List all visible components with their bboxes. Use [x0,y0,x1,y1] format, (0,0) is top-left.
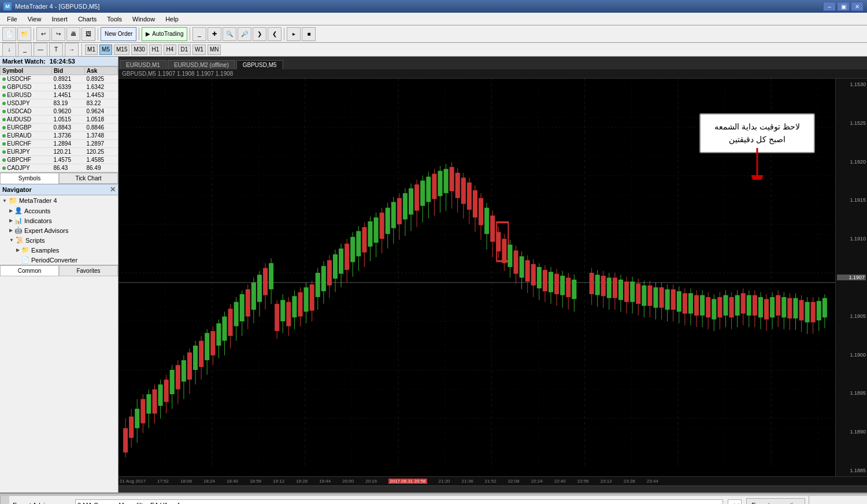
close-button[interactable]: ✕ [851,2,864,11]
menu-charts[interactable]: Charts [73,14,101,24]
market-watch-row[interactable]: EURCHF 1.2894 1.2897 [1,140,118,148]
market-watch-row[interactable]: EURAUD 1.3736 1.3748 [1,132,118,140]
menu-tools[interactable]: Tools [102,14,127,24]
tab-symbols[interactable]: Symbols [0,173,59,184]
market-watch-row[interactable]: USDCHF 0.8921 0.8925 [1,75,118,83]
crosshair-button[interactable]: ✚ [208,27,221,41]
text-tool[interactable]: T [49,43,63,57]
tf-m30[interactable]: M30 [131,45,147,55]
svg-rect-116 [409,188,413,214]
nav-item-metatrader4[interactable]: ▼ 📁 MetaTrader 4 [0,195,118,206]
tab-tick-chart[interactable]: Tick Chart [59,173,118,184]
zoom-out-button[interactable]: 🔎 [238,27,251,41]
zoom-in-button[interactable]: 🔍 [223,27,236,41]
tf-w1[interactable]: W1 [192,45,206,55]
new-chart-button[interactable]: 📄 [2,27,16,41]
nav-item-indicators[interactable]: ▶ 📊 Indicators [0,216,118,225]
print-preview-button[interactable]: 🖼 [81,27,95,41]
chart-tab-eurusd-m1[interactable]: EURUSD,M1 [120,60,166,69]
svg-rect-104 [374,217,379,243]
time-2240: 22:40 [554,479,566,484]
redo-button[interactable]: ↪ [51,27,65,41]
nav-item-accounts[interactable]: ▶ 👤 Accounts [0,206,118,216]
market-watch-row[interactable]: EURGBP 0.8843 0.8846 [1,124,118,132]
maximize-button[interactable]: ▣ [837,2,850,11]
svg-rect-110 [391,202,396,228]
print-button[interactable]: 🖶 [66,27,80,41]
minimize-button[interactable]: – [823,2,836,11]
tf-m1[interactable]: M1 [85,45,98,55]
price-1525: 1.1525 [837,120,866,126]
nav-label-scripts: Scripts [25,237,45,244]
tf-mn[interactable]: MN [208,45,221,55]
nav-item-scripts[interactable]: ▼ 📜 Scripts [0,235,118,245]
indicators-button[interactable]: ▸ [287,27,301,41]
chart-area: EURUSD,M1 EURUSD,M2 (offline) GBPUSD,M5 … [118,57,867,492]
expert-advisor-select[interactable] [728,499,742,504]
expert-advisor-input[interactable] [75,499,723,504]
market-watch-tabs[interactable]: Symbols Tick Chart [0,172,118,184]
auto-scroll-button[interactable]: ❮ [268,27,281,41]
new-order-button[interactable]: New Order [101,27,136,41]
expert-properties-button[interactable]: Expert properties [746,498,805,504]
market-watch-row[interactable]: GBPCHF 1.4575 1.4585 [1,156,118,164]
chart-tab-bar[interactable]: EURUSD,M1 EURUSD,M2 (offline) GBPUSD,M5 [118,57,867,69]
cursor-tool[interactable]: ↓ [2,43,16,57]
nav-item-experts[interactable]: ▶ 🤖 Expert Advisors [0,225,118,235]
strategy-tester-side-tab[interactable]: Strategy Tester [0,496,9,504]
mw-symbol-cell: EURAUD [1,132,52,140]
svg-rect-38 [181,360,186,381]
line-tool[interactable]: ⎯ [18,43,32,57]
tf-h1[interactable]: H1 [149,45,162,55]
menu-help[interactable]: Help [161,14,183,24]
time-1824: 18:24 [203,479,215,484]
chart-shift-button[interactable]: ❯ [253,27,266,41]
market-watch-row[interactable]: USDCAD 0.9620 0.9624 [1,108,118,116]
annotation-line1: لاحظ توقيت بداية الشمعه [714,122,800,131]
menu-window[interactable]: Window [128,14,160,24]
autotrading-label: AutoTrading [152,31,183,37]
market-watch-table-container[interactable]: Symbol Bid Ask USDCHF 0.8921 0.8925 GBPU… [0,66,118,172]
horizontal-scrollbar[interactable] [118,486,867,492]
mw-symbol-cell: EURCHF [1,140,52,148]
window-controls[interactable]: – ▣ ✕ [823,2,864,11]
nav-tab-favorites[interactable]: Favorites [59,265,118,276]
chart-tab-gbpusd-m5[interactable]: GBPUSD,M5 [236,60,283,69]
navigator-close[interactable]: ✕ [110,186,116,194]
terminal-button[interactable]: ■ [302,27,316,41]
time-1808: 18:08 [180,479,192,484]
svg-rect-215 [706,297,710,317]
chart-tab-eurusd-m2[interactable]: EURUSD,M2 (offline) [168,60,235,69]
market-watch-row[interactable]: AUDUSD 1.0515 1.0518 [1,116,118,124]
nav-item-examples[interactable]: ▶ 📁 Examples [0,245,118,255]
line-studies-button[interactable]: ⎯ [192,27,206,41]
market-dot [2,134,6,138]
autotrading-button[interactable]: ▶ AutoTrading [142,27,187,41]
svg-rect-205 [677,291,681,312]
svg-rect-140 [479,198,483,225]
folder-icon: 📁 [9,197,17,205]
arrow-tool[interactable]: → [65,43,79,57]
nav-tab-common[interactable]: Common [0,265,59,276]
menu-file[interactable]: File [2,14,22,24]
nav-item-periodconverter[interactable]: ▶ 📄 PeriodConverter [0,255,118,265]
market-watch-row[interactable]: CADJPY 86.43 86.49 [1,164,118,172]
market-watch-row[interactable]: EURJPY 120.21 120.25 [1,148,118,156]
market-watch-row[interactable]: EURUSD 1.4451 1.4453 [1,91,118,99]
menu-view[interactable]: View [23,14,46,24]
nav-label-mt4: MetaTrader 4 [19,197,57,204]
tf-m15[interactable]: M15 [114,45,129,55]
svg-rect-130 [450,167,454,191]
tf-d1[interactable]: D1 [178,45,191,55]
menu-insert[interactable]: Insert [47,14,72,24]
price-1885: 1.1885 [837,468,866,473]
time-1840: 18:40 [227,479,238,484]
market-watch-row[interactable]: GBPUSD 1.6339 1.6342 [1,83,118,91]
hline-tool[interactable]: ― [34,43,47,57]
tf-m5[interactable]: M5 [99,45,112,55]
tf-h4[interactable]: H4 [164,45,176,55]
navigator-tabs[interactable]: Common Favorites [0,265,118,276]
open-button[interactable]: 📁 [17,27,31,41]
market-watch-row[interactable]: USDJPY 83.19 83.22 [1,99,118,108]
undo-button[interactable]: ↩ [36,27,50,41]
